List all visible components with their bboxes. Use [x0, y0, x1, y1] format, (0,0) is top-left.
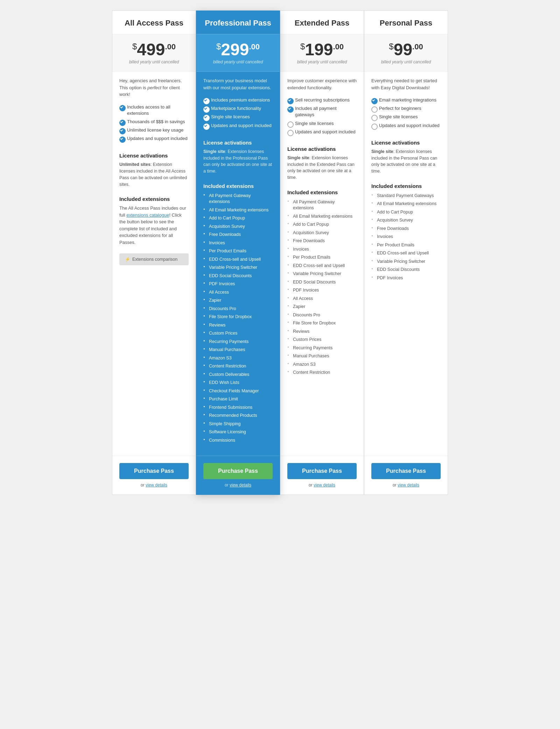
extension-item: Manual Purchases: [287, 352, 357, 360]
extension-item: EDD Social Discounts: [371, 266, 441, 274]
feature-item: Includes premium extensions: [203, 96, 273, 104]
extension-item: Variable Pricing Switcher: [371, 258, 441, 266]
purchase-button-all-access[interactable]: Purchase Pass: [119, 463, 189, 479]
extension-item: All Email Marketing extensions: [203, 206, 273, 215]
extension-item: Amazon S3: [287, 360, 357, 369]
extension-item: Recurring Payments: [203, 338, 273, 346]
extension-item: Free Downloads: [371, 225, 441, 233]
license-text: Single site: Extension licenses included…: [203, 148, 273, 175]
plan-title: Extended Pass: [287, 19, 357, 28]
price-amount: $99.00: [371, 41, 441, 58]
feature-item: Single site licenses: [203, 113, 273, 121]
extension-item: Variable Pricing Switcher: [287, 270, 357, 278]
extension-item: EDD Cross-sell and Upsell: [371, 249, 441, 258]
extension-item: All Access: [287, 295, 357, 303]
feature-item: Marketplace functionality: [203, 104, 273, 113]
extension-item: Add to Cart Popup: [371, 208, 441, 217]
extension-item: Custom Prices: [287, 336, 357, 344]
price-billing: billed yearly until cancelled: [371, 59, 441, 64]
feature-item: Updates and support included: [371, 121, 441, 130]
extension-item: All Email Marketing extensions: [287, 212, 357, 221]
license-text: Single site: Extension licenses included…: [371, 148, 441, 175]
plan-card-personal: Personal Pass$99.00billed yearly until c…: [364, 10, 448, 495]
plan-card-professional: Professional Pass$299.00billed yearly un…: [196, 10, 280, 495]
extensions-compare-button[interactable]: Extensions comparison: [119, 253, 189, 265]
feature-item: Updates and support included: [287, 128, 357, 136]
plan-body: Everything needed to get started with Ea…: [364, 72, 448, 456]
plan-body: Hey, agencies and freelancers. This opti…: [112, 72, 196, 456]
feature-item: Updates and support included: [119, 134, 189, 143]
feature-item: Email marketing integrations: [371, 96, 441, 104]
extension-item: PDF Invoices: [371, 274, 441, 282]
license-title: License activations: [371, 140, 441, 146]
license-title: License activations: [287, 146, 357, 152]
feature-item: Single site licenses: [371, 113, 441, 121]
license-text: Unlimited sites: Extension licenses incl…: [119, 161, 189, 188]
extension-item: Recommended Products: [203, 412, 273, 420]
extension-item: All Payment Gateway extensions: [287, 198, 357, 212]
extension-item: Acquisition Survey: [287, 229, 357, 237]
price-billing: billed yearly until cancelled: [203, 59, 273, 64]
extensions-title: Included extensions: [203, 183, 273, 189]
feature-list: Sell recurring subscriptionsIncludes all…: [287, 96, 357, 136]
plan-header: All Access Pass: [112, 11, 196, 34]
pricing-table: All Access Pass$499.00billed yearly unti…: [112, 10, 448, 495]
plan-title: All Access Pass: [119, 19, 189, 28]
plan-header: Extended Pass: [280, 11, 364, 34]
purchase-button-professional[interactable]: Purchase Pass: [203, 463, 273, 479]
purchase-button-personal[interactable]: Purchase Pass: [371, 463, 441, 479]
plan-tagline: Improve customer experience with extende…: [287, 77, 357, 91]
extension-item: Per Product Emails: [203, 247, 273, 255]
extension-item: File Store for Dropbox: [203, 313, 273, 321]
view-details-link[interactable]: view details: [146, 483, 167, 488]
feature-item: Updates and support included: [203, 121, 273, 130]
feature-item: Sell recurring subscriptions: [287, 96, 357, 104]
extension-item: Recurring Payments: [287, 344, 357, 352]
extension-item: PDF Invoices: [203, 280, 273, 288]
extension-item: Custom Deliverables: [203, 371, 273, 379]
feature-item: Single site licenses: [287, 119, 357, 128]
extensions-intro: The All Access Pass includes our full ex…: [119, 205, 189, 246]
extension-item: Reviews: [203, 321, 273, 330]
price-amount: $499.00: [119, 41, 189, 58]
extension-item: Software Licensing: [203, 428, 273, 436]
extension-item: Content Restriction: [203, 362, 273, 371]
view-details-link[interactable]: view details: [314, 483, 335, 488]
plan-header: Personal Pass: [364, 11, 448, 34]
view-details-link[interactable]: view details: [230, 483, 251, 488]
extension-item: EDD Social Discounts: [203, 272, 273, 280]
extension-item: All Email Marketing extensions: [371, 200, 441, 208]
view-details: or view details: [119, 483, 189, 488]
extension-item: Simple Shipping: [203, 420, 273, 428]
view-details-link[interactable]: view details: [398, 483, 419, 488]
plan-tagline: Everything needed to get started with Ea…: [371, 77, 441, 91]
price-billing: billed yearly until cancelled: [119, 59, 189, 64]
extensions-list: All Payment Gateway extensionsAll Email …: [287, 198, 357, 444]
price-box: $499.00billed yearly until cancelled: [112, 34, 196, 72]
price-billing: billed yearly until cancelled: [287, 59, 357, 64]
license-text: Single site: Extension licenses included…: [287, 155, 357, 181]
extensions-title: Included extensions: [371, 183, 441, 189]
extension-item: Commissions: [203, 436, 273, 445]
extension-item: All Access: [203, 288, 273, 297]
view-details: or view details: [203, 483, 273, 488]
purchase-button-extended[interactable]: Purchase Pass: [287, 463, 357, 479]
extension-item: Acquisition Survey: [203, 223, 273, 231]
extension-item: EDD Cross-sell and Upsell: [287, 262, 357, 270]
feature-list: Includes premium extensionsMarketplace f…: [203, 96, 273, 130]
extension-item: Checkout Fields Manager: [203, 387, 273, 395]
extension-item: Free Downloads: [287, 237, 357, 245]
price-box: $199.00billed yearly until cancelled: [280, 34, 364, 72]
extension-item: EDD Wish Lists: [203, 379, 273, 387]
plan-footer: Purchase Passor view details: [112, 456, 196, 495]
view-details: or view details: [287, 483, 357, 488]
plan-title: Personal Pass: [371, 19, 441, 28]
extension-item: Invoices: [371, 233, 441, 241]
extension-item: Add to Cart Popup: [287, 220, 357, 229]
extensions-title: Included extensions: [119, 196, 189, 202]
price-box: $299.00billed yearly until cancelled: [196, 34, 280, 72]
extension-item: Invoices: [287, 245, 357, 254]
extension-item: Invoices: [203, 239, 273, 247]
extensions-list: All Payment Gateway extensionsAll Email …: [203, 192, 273, 445]
extension-item: All Payment Gateway extensions: [203, 192, 273, 206]
